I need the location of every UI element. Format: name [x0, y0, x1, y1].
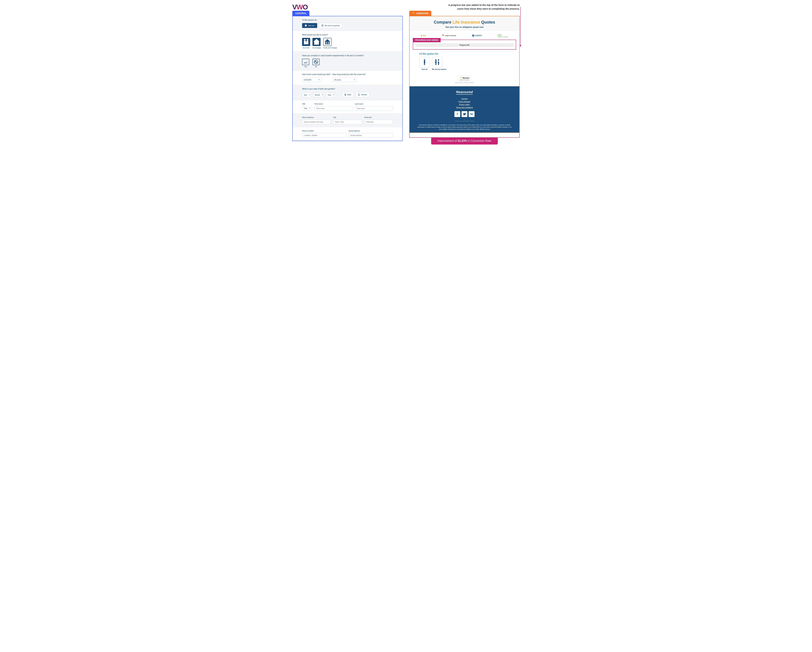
svg-rect-28 — [439, 63, 439, 65]
svg-rect-8 — [326, 43, 327, 44]
progress-bar: Progress 0% — [415, 43, 514, 47]
footer-link-careers[interactable]: Careers — [416, 97, 513, 100]
svg-rect-9 — [328, 43, 329, 44]
svg-rect-25 — [436, 63, 437, 65]
twitter-icon[interactable] — [461, 111, 467, 117]
svg-point-1 — [307, 39, 308, 41]
title-select[interactable]: Title▼ — [302, 106, 312, 111]
variation-panel: Compare Life Insurance Quotes Get your f… — [409, 16, 520, 133]
female-icon — [358, 93, 360, 96]
cover-label: What would you like to cover? — [302, 34, 393, 36]
cover-family[interactable]: My Family — [302, 38, 310, 49]
smoke-no[interactable]: No — [313, 59, 320, 67]
page-subtitle: Get your free no obligation quote now — [413, 26, 516, 28]
linkedin-icon[interactable]: in — [469, 111, 475, 117]
cigarette-icon — [304, 60, 308, 64]
svg-point-7 — [328, 41, 329, 43]
cover-term-select[interactable]: 20 years▼ — [333, 78, 357, 82]
gender-male[interactable]: Male — [342, 92, 354, 97]
trust-line: Safe | Secure | Privacy Protected — [409, 82, 519, 83]
award-badge: ◯PRINCESS ROYAL TRAINING AWARD — [416, 119, 513, 122]
annotation-text: A progress bar was added to the top of t… — [448, 3, 520, 11]
svg-rect-23 — [435, 61, 437, 63]
svg-point-22 — [435, 59, 437, 61]
chevron-down-icon: ▼ — [354, 79, 355, 80]
svg-point-14 — [359, 93, 359, 94]
svg-rect-3 — [304, 41, 305, 44]
radio-icon — [305, 24, 307, 26]
disclaimer: Life insurance without a medical is avai… — [416, 124, 513, 130]
dob-year[interactable]: Year▼ — [326, 93, 336, 97]
svg-point-18 — [424, 59, 425, 61]
result-badge: Improvement of 31.23% in Conversion Rate — [431, 137, 498, 144]
svg-rect-13 — [345, 94, 346, 96]
facebook-icon[interactable]: f — [454, 111, 460, 117]
cover-mortgage[interactable]: My Mortgage — [313, 38, 321, 49]
footer-link-terms[interactable]: Terms and conditions — [416, 106, 513, 109]
cover-amount-select[interactable]: £150,000▼ — [302, 78, 322, 82]
var-quotes-label: I'd like quotes for: — [419, 52, 510, 55]
svg-rect-20 — [424, 63, 424, 65]
postcode-input[interactable] — [364, 119, 393, 124]
svg-point-6 — [326, 41, 327, 43]
quotes-for-label: I'd like quotes for: — [302, 19, 393, 21]
brand-lv: LV=LIVERPOOL VICTORIA — [498, 34, 508, 37]
first-name-input[interactable] — [314, 106, 353, 111]
variation-tab: 🏆VARIATION — [409, 11, 431, 16]
svg-text:Z: Z — [473, 35, 473, 37]
email-input[interactable] — [349, 133, 393, 138]
trophy-icon: 🏆 — [412, 12, 415, 15]
vwo-logo: VWO — [292, 3, 308, 11]
svg-rect-11 — [314, 62, 317, 62]
brand-lg: Legal & General — [442, 34, 456, 37]
footer-link-privacy[interactable]: Privacy policy — [416, 103, 513, 106]
zurich-icon: Z — [472, 34, 475, 37]
svg-rect-24 — [435, 63, 436, 65]
male-icon — [345, 93, 346, 96]
svg-rect-21 — [425, 63, 425, 65]
svg-rect-5 — [306, 42, 307, 44]
cover-both[interactable]: Family and Mortgage — [324, 38, 337, 49]
svg-point-0 — [304, 39, 305, 41]
svg-point-2 — [306, 41, 307, 42]
no-smoking-icon — [314, 60, 319, 64]
norton-badge: ✔ Norton powered by digicert — [458, 75, 471, 81]
callout-badge: PROGRESS BAR ADDED — [413, 38, 441, 42]
control-tab: CONTROL — [292, 11, 309, 16]
house-icon — [313, 38, 321, 46]
progress-bar-callout: PROGRESS BAR ADDED Progress 0% — [413, 40, 516, 50]
svg-rect-4 — [307, 41, 308, 44]
smoke-yes[interactable]: Yes — [302, 59, 309, 67]
brand-zurich: ZZURICH — [472, 34, 482, 37]
svg-rect-27 — [438, 63, 439, 65]
dob-month[interactable]: Month▼ — [313, 93, 324, 97]
svg-rect-19 — [424, 61, 425, 63]
family-icon — [302, 38, 310, 46]
gender-female[interactable]: Female — [356, 92, 369, 97]
radio-icon — [322, 24, 324, 26]
var-just-me[interactable]: Just me — [419, 57, 430, 70]
last-name-input[interactable] — [355, 106, 393, 111]
person-icon — [423, 59, 426, 66]
footer-link-press[interactable]: Press releases — [416, 100, 513, 103]
svg-rect-15 — [359, 95, 359, 96]
couple-icon — [434, 59, 440, 66]
var-partner[interactable]: Me and my partner — [432, 57, 446, 70]
svg-point-26 — [438, 59, 439, 61]
footer-brand: Reassured — [456, 90, 473, 95]
footer: Reassured Careers Press releases Privacy… — [409, 86, 519, 132]
city-input[interactable] — [333, 119, 362, 124]
svg-point-12 — [345, 93, 346, 94]
page-title: Compare Life Insurance Quotes — [413, 20, 516, 24]
street-input[interactable] — [302, 119, 331, 124]
umbrella-icon — [442, 34, 444, 37]
brand-the: ◆The — [421, 35, 426, 37]
smoke-label: Have you smoked or used nicotine replace… — [302, 54, 393, 57]
phone-input[interactable] — [302, 133, 346, 138]
control-panel: I'd like quotes for: Just me Me and my p… — [292, 16, 403, 141]
just-me-option[interactable]: Just me — [302, 23, 317, 28]
family-house-icon — [324, 38, 331, 46]
partner-option[interactable]: Me and my partner — [319, 23, 342, 28]
dob-day[interactable]: Day▼ — [302, 93, 311, 97]
chevron-down-icon: ▼ — [319, 79, 320, 80]
